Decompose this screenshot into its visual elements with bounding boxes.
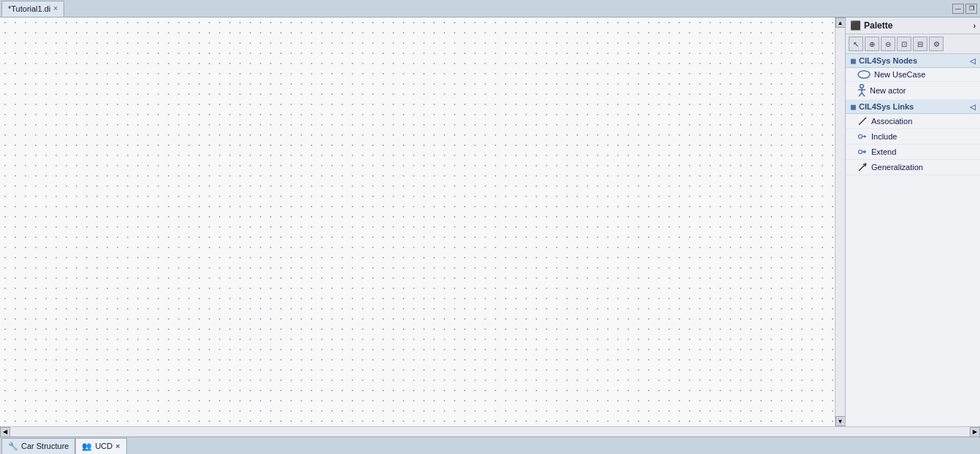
scroll-right-button[interactable]: ▶: [970, 427, 980, 437]
palette-header: ⬛ Palette ›: [846, 18, 980, 34]
zoom-out-button[interactable]: ⊖: [881, 36, 895, 51]
links-section-label: CIL4Sys Links: [859, 102, 914, 111]
tab-close-button[interactable]: ×: [53, 5, 58, 12]
palette-expand-button[interactable]: ›: [973, 22, 976, 30]
content-area: ▲ ▼ ⬛ Palette › ↖ ⊕ ⊖: [0, 18, 980, 436]
horizontal-scrollbar[interactable]: ◀ ▶: [0, 426, 980, 436]
minimize-button[interactable]: —: [952, 4, 964, 14]
new-actor-label: New actor: [870, 86, 906, 95]
zoom-area-button[interactable]: ⊡: [897, 36, 911, 51]
generalization-icon: [857, 162, 868, 172]
generalization-label: Generalization: [871, 163, 923, 172]
scroll-track-horizontal[interactable]: [10, 427, 970, 436]
vertical-scrollbar[interactable]: ▲ ▼: [835, 18, 845, 426]
links-collapse-button[interactable]: ◁: [970, 103, 976, 111]
nodes-collapse-button[interactable]: ◁: [970, 57, 976, 65]
top-tab-bar: *Tutorial1.di × — ❐: [0, 0, 980, 18]
scroll-down-button[interactable]: ▼: [836, 416, 846, 426]
car-structure-tab[interactable]: 🔧 Car Structure: [1, 438, 75, 454]
car-structure-tab-label: Car Structure: [21, 442, 69, 450]
new-actor-item[interactable]: New actor: [846, 82, 980, 100]
car-structure-tab-icon: 🔧: [8, 442, 18, 451]
svg-point-7: [859, 135, 863, 139]
svg-line-5: [862, 93, 865, 96]
ucd-tab-icon: 👥: [82, 442, 92, 451]
svg-line-4: [859, 93, 862, 96]
svg-line-13: [859, 163, 866, 171]
palette-panel: ⬛ Palette › ↖ ⊕ ⊖ ⊡ ⊟ ⚙: [845, 18, 980, 426]
dotted-grid-background: [0, 18, 835, 426]
extend-icon: [857, 147, 868, 157]
svg-line-6: [859, 118, 866, 125]
extend-item[interactable]: Extend: [846, 145, 980, 160]
bottom-tab-bar: 🔧 Car Structure 👥 UCD ×: [0, 436, 980, 454]
window-controls: — ❐: [952, 4, 980, 14]
canvas-wrapper: ▲ ▼ ⬛ Palette › ↖ ⊕ ⊖: [0, 18, 980, 436]
scroll-left-button[interactable]: ◀: [0, 427, 10, 437]
new-usecase-item[interactable]: New UseCase: [846, 68, 980, 82]
usecase-icon: [857, 70, 871, 79]
palette-toolbar: ↖ ⊕ ⊖ ⊡ ⊟ ⚙: [846, 34, 980, 54]
ucd-tab-close-button[interactable]: ×: [115, 442, 120, 450]
links-section-icon: ◼: [850, 103, 856, 111]
svg-point-0: [858, 71, 870, 78]
nodes-section-icon: ◼: [850, 57, 856, 65]
extend-label: Extend: [871, 147, 896, 156]
links-section-header[interactable]: ◼ CIL4Sys Links ◁: [846, 100, 980, 114]
svg-marker-9: [864, 135, 866, 138]
palette-title: Palette: [864, 20, 892, 31]
nodes-section-label: CIL4Sys Nodes: [859, 56, 917, 65]
settings-button[interactable]: ⚙: [929, 36, 944, 51]
scroll-track-vertical[interactable]: [836, 28, 845, 416]
diagram-tab[interactable]: *Tutorial1.di ×: [1, 1, 64, 17]
zoom-in-button[interactable]: ⊕: [865, 36, 879, 51]
include-label: Include: [871, 132, 897, 141]
diagram-canvas[interactable]: [0, 18, 835, 426]
generalization-item[interactable]: Generalization: [846, 160, 980, 175]
actor-icon: [857, 84, 866, 97]
select-tool-button[interactable]: ↖: [849, 36, 863, 51]
association-item[interactable]: Association: [846, 114, 980, 129]
nodes-section-header[interactable]: ◼ CIL4Sys Nodes ◁: [846, 54, 980, 68]
association-icon: [857, 116, 868, 126]
zoom-fit-button[interactable]: ⊟: [913, 36, 927, 51]
palette-icon: ⬛: [850, 20, 861, 31]
association-label: Association: [871, 117, 912, 126]
main-container: *Tutorial1.di × — ❐ ▲ ▼: [0, 0, 980, 454]
restore-button[interactable]: ❐: [965, 4, 977, 14]
include-icon: [857, 131, 868, 142]
canvas-main: ▲ ▼ ⬛ Palette › ↖ ⊕ ⊖: [0, 18, 980, 426]
include-item[interactable]: Include: [846, 129, 980, 145]
svg-point-1: [860, 85, 864, 88]
new-usecase-label: New UseCase: [874, 70, 925, 79]
ucd-tab[interactable]: 👥 UCD ×: [75, 438, 126, 454]
ucd-tab-label: UCD: [95, 442, 112, 450]
diagram-tab-label: *Tutorial1.di: [8, 4, 50, 13]
svg-point-10: [859, 150, 863, 154]
scroll-up-button[interactable]: ▲: [836, 18, 846, 28]
